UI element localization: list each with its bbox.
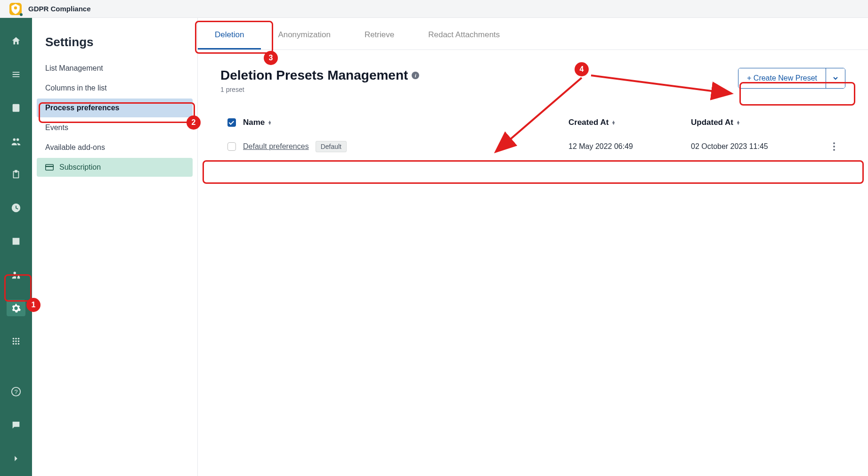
create-preset-button[interactable]: + Create New Preset bbox=[738, 68, 826, 88]
settings-item-process-preferences[interactable]: Process preferences bbox=[37, 98, 193, 117]
chevron-down-icon bbox=[833, 75, 838, 81]
icon-rail: ? bbox=[0, 0, 32, 476]
svg-point-0 bbox=[13, 338, 15, 340]
settings-item-label: Events bbox=[45, 123, 68, 132]
sort-icon: ▲▼ bbox=[268, 121, 272, 125]
tab-label: Anonymization bbox=[278, 30, 331, 39]
topbar: GDPR Compliance bbox=[0, 0, 868, 18]
settings-title: Settings bbox=[32, 35, 197, 59]
column-header-updated[interactable]: Updated At ▲▼ bbox=[691, 118, 823, 127]
clock-icon[interactable] bbox=[7, 200, 25, 216]
sort-icon: ▲▼ bbox=[611, 121, 616, 125]
settings-item-events[interactable]: Events bbox=[37, 118, 193, 137]
main-content: Deletion Anonymization Retrieve Redact A… bbox=[198, 18, 868, 476]
card-icon bbox=[45, 164, 54, 171]
apps-grid-icon[interactable] bbox=[7, 333, 25, 350]
settings-item-addons[interactable]: Available add-ons bbox=[37, 138, 193, 157]
home-icon[interactable] bbox=[7, 33, 25, 49]
preset-name-link[interactable]: Default preferences bbox=[243, 142, 309, 151]
app-title: GDPR Compliance bbox=[28, 5, 91, 13]
settings-item-label: Process preferences bbox=[45, 104, 119, 112]
app-logo bbox=[9, 3, 22, 15]
user-lock-icon[interactable] bbox=[7, 266, 25, 283]
settings-nav-list: List Management Columns in the list Proc… bbox=[32, 59, 197, 177]
column-header-created[interactable]: Created At ▲▼ bbox=[568, 118, 691, 127]
column-header-name[interactable]: Name ▲▼ bbox=[243, 118, 568, 127]
svg-point-1 bbox=[15, 338, 17, 340]
tab-label: Deletion bbox=[215, 30, 244, 39]
settings-item-list-management[interactable]: List Management bbox=[37, 59, 193, 78]
clipboard-icon[interactable] bbox=[7, 166, 25, 183]
svg-point-7 bbox=[15, 343, 17, 345]
row-actions-menu[interactable] bbox=[823, 140, 845, 154]
default-badge: Default bbox=[316, 141, 347, 152]
tab-label: Redact Attachments bbox=[428, 30, 500, 39]
create-preset-button-group: + Create New Preset bbox=[738, 68, 845, 89]
svg-point-5 bbox=[18, 340, 20, 342]
tab-redact-attachments[interactable]: Redact Attachments bbox=[411, 22, 517, 49]
settings-item-label: List Management bbox=[45, 64, 103, 73]
comment-icon[interactable] bbox=[7, 417, 25, 433]
row-created-at: 12 May 2022 06:49 bbox=[568, 142, 691, 151]
tab-retrieve[interactable]: Retrieve bbox=[348, 22, 411, 49]
column-label: Name bbox=[243, 118, 265, 127]
sort-icon: ▲▼ bbox=[736, 121, 740, 125]
help-icon[interactable]: ? bbox=[7, 384, 25, 400]
info-icon[interactable]: i bbox=[412, 72, 419, 79]
people-icon[interactable] bbox=[7, 133, 25, 149]
gear-icon[interactable] bbox=[7, 300, 25, 316]
svg-text:?: ? bbox=[14, 388, 17, 395]
svg-rect-12 bbox=[46, 166, 54, 167]
svg-point-2 bbox=[18, 338, 20, 340]
table-row[interactable]: Default preferences Default 12 May 2022 … bbox=[220, 132, 845, 161]
tab-label: Retrieve bbox=[365, 30, 394, 39]
page-header: Deletion Presets Management i 1 preset +… bbox=[220, 68, 845, 93]
row-updated-at: 02 October 2023 11:45 bbox=[691, 142, 823, 151]
chevron-right-icon[interactable] bbox=[7, 450, 25, 467]
svg-point-3 bbox=[13, 340, 15, 342]
tabs: Deletion Anonymization Retrieve Redact A… bbox=[198, 18, 868, 50]
svg-rect-11 bbox=[46, 164, 54, 170]
settings-item-label: Subscription bbox=[59, 163, 101, 172]
page-title: Deletion Presets Management bbox=[220, 68, 408, 83]
chart-icon[interactable] bbox=[7, 233, 25, 250]
list-icon[interactable] bbox=[7, 66, 25, 83]
settings-panel: Settings List Management Columns in the … bbox=[32, 18, 198, 476]
create-preset-dropdown[interactable] bbox=[826, 68, 845, 88]
tab-deletion[interactable]: Deletion bbox=[198, 22, 261, 49]
preset-count: 1 preset bbox=[220, 86, 419, 93]
column-label: Updated At bbox=[691, 118, 733, 127]
settings-item-label: Available add-ons bbox=[45, 143, 105, 152]
table-header: Name ▲▼ Created At ▲▼ Updated At ▲▼ bbox=[220, 113, 845, 132]
settings-item-columns[interactable]: Columns in the list bbox=[37, 79, 193, 98]
column-label: Created At bbox=[568, 118, 608, 127]
tab-anonymization[interactable]: Anonymization bbox=[261, 22, 348, 49]
svg-point-4 bbox=[15, 340, 17, 342]
settings-item-subscription[interactable]: Subscription bbox=[37, 158, 193, 177]
row-checkbox[interactable] bbox=[227, 142, 236, 151]
notebook-icon[interactable] bbox=[7, 100, 25, 116]
svg-point-6 bbox=[13, 343, 15, 345]
svg-point-8 bbox=[18, 343, 20, 345]
select-all-checkbox[interactable] bbox=[227, 118, 236, 127]
settings-item-label: Columns in the list bbox=[45, 84, 107, 92]
